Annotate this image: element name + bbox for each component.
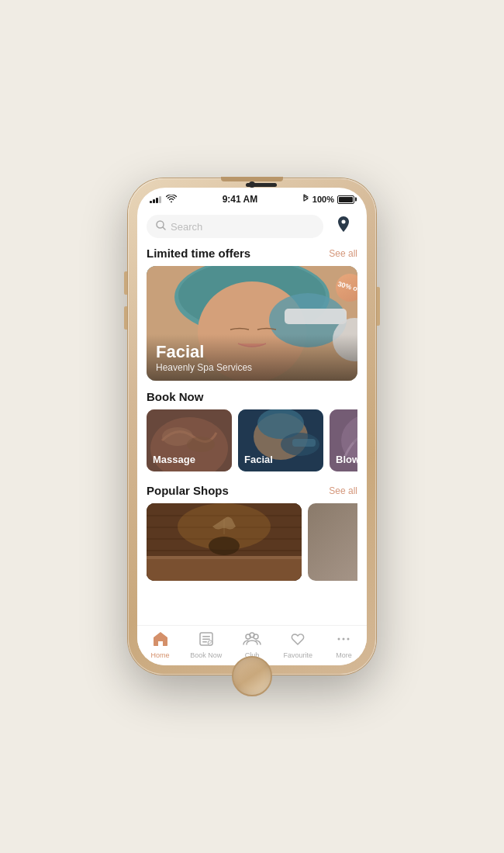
nav-item-home[interactable]: Home bbox=[137, 630, 183, 659]
search-icon bbox=[156, 220, 166, 233]
book-now-section: Book Now bbox=[137, 390, 367, 484]
home-button[interactable] bbox=[232, 656, 272, 696]
popular-shops-title: Popular Shops bbox=[147, 484, 229, 497]
phone-screen: 9:41 AM 100% bbox=[137, 188, 367, 665]
svg-point-41 bbox=[347, 638, 350, 641]
book-card-overlay-massage: Massage bbox=[147, 409, 232, 471]
svg-point-30 bbox=[209, 537, 240, 555]
book-now-icon bbox=[198, 630, 215, 650]
book-card-label-massage: Massage bbox=[153, 454, 195, 465]
volume-up-button bbox=[124, 271, 127, 295]
limited-offers-section: Limited time offers See all bbox=[137, 247, 367, 390]
svg-rect-34 bbox=[202, 641, 207, 643]
section-header-offers: Limited time offers See all bbox=[147, 247, 357, 260]
phone-frame: 9:41 AM 100% bbox=[128, 178, 376, 675]
main-scroll[interactable]: Limited time offers See all bbox=[137, 247, 367, 625]
favourite-icon bbox=[289, 630, 306, 650]
app-content: Search Limited time offers See all bbox=[137, 208, 367, 665]
volume-down-button bbox=[124, 306, 127, 330]
search-placeholder: Search bbox=[171, 221, 202, 233]
offer-card[interactable]: 30% off Facial Heavenly Spa Services bbox=[147, 266, 357, 381]
book-card-blow[interactable]: Blow bbox=[330, 409, 357, 471]
signal-icon bbox=[150, 195, 161, 203]
battery-percent: 100% bbox=[312, 195, 334, 204]
status-left bbox=[150, 195, 177, 204]
nav-item-book-now[interactable]: Book Now bbox=[183, 630, 229, 659]
nav-item-more[interactable]: More bbox=[321, 630, 367, 659]
svg-point-40 bbox=[343, 638, 345, 641]
see-all-offers-button[interactable]: See all bbox=[329, 248, 357, 259]
nav-label-more: More bbox=[336, 651, 352, 659]
nav-item-club[interactable]: Club bbox=[229, 630, 274, 659]
section-header-shops: Popular Shops See all bbox=[147, 484, 357, 497]
nav-label-book-now: Book Now bbox=[190, 651, 222, 659]
book-card-label-blow: Blow bbox=[336, 454, 357, 465]
book-card-overlay-blow: Blow bbox=[330, 409, 357, 471]
more-icon bbox=[335, 630, 352, 650]
book-card-overlay-facial: Facial bbox=[238, 409, 323, 471]
limited-offers-title: Limited time offers bbox=[147, 247, 250, 260]
offer-title: Facial bbox=[156, 342, 348, 362]
home-icon bbox=[152, 630, 169, 650]
wifi-icon bbox=[166, 195, 177, 204]
club-icon bbox=[243, 630, 261, 650]
book-now-title: Book Now bbox=[147, 390, 203, 403]
nav-label-favourite: Favourite bbox=[283, 651, 312, 659]
phone-camera bbox=[249, 181, 255, 188]
svg-rect-28 bbox=[147, 556, 302, 559]
search-bar-container: Search bbox=[137, 208, 367, 247]
book-card-facial[interactable]: Facial bbox=[238, 409, 323, 471]
svg-point-39 bbox=[338, 638, 340, 641]
offer-overlay: Facial Heavenly Spa Services bbox=[147, 334, 357, 381]
location-button[interactable] bbox=[330, 212, 357, 240]
nav-label-home: Home bbox=[151, 651, 170, 659]
book-card-massage[interactable]: Massage bbox=[147, 409, 232, 471]
see-all-shops-button[interactable]: See all bbox=[329, 485, 357, 496]
svg-rect-33 bbox=[202, 639, 210, 641]
shop-card[interactable] bbox=[147, 503, 302, 581]
popular-shops-section: Popular Shops See all bbox=[137, 484, 367, 590]
search-bar[interactable]: Search bbox=[147, 215, 323, 238]
shop-card-2[interactable] bbox=[308, 503, 357, 581]
nav-item-favourite[interactable]: Favourite bbox=[275, 630, 321, 659]
svg-rect-7 bbox=[285, 309, 347, 324]
offer-subtitle: Heavenly Spa Services bbox=[156, 362, 348, 373]
book-card-label-facial: Facial bbox=[244, 454, 273, 465]
clock: 9:41 AM bbox=[223, 194, 258, 205]
book-now-scroll: Massage bbox=[147, 409, 357, 475]
section-header-book: Book Now bbox=[147, 390, 357, 403]
svg-rect-32 bbox=[202, 636, 210, 637]
power-button bbox=[377, 287, 380, 326]
bluetooth-icon bbox=[303, 194, 309, 205]
battery-icon bbox=[337, 195, 354, 204]
svg-rect-27 bbox=[147, 558, 302, 581]
status-right: 100% bbox=[303, 194, 354, 205]
popular-shops-scroll bbox=[147, 503, 357, 581]
status-bar: 9:41 AM 100% bbox=[137, 188, 367, 208]
svg-point-1 bbox=[342, 220, 346, 224]
